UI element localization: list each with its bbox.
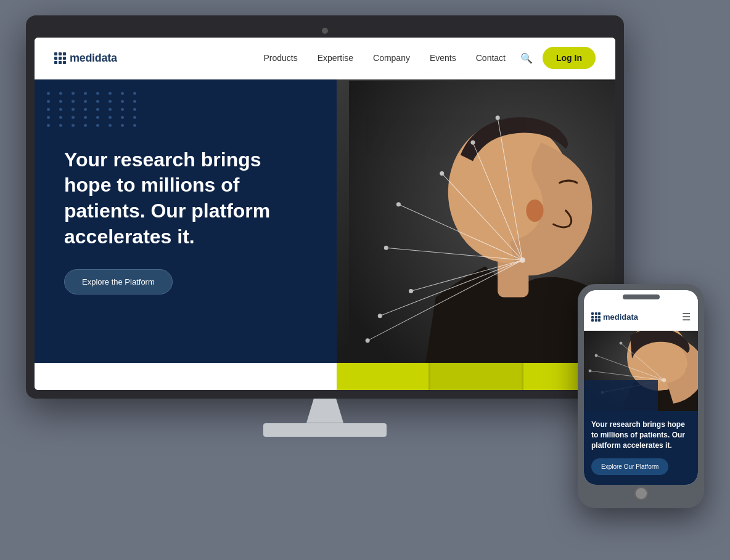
strip-lime-2 bbox=[429, 363, 522, 390]
mobile-phone: medidata ☰ bbox=[578, 284, 704, 508]
svg-point-18 bbox=[496, 116, 499, 120]
monitor-camera bbox=[322, 28, 328, 34]
phone-status-bar bbox=[584, 290, 698, 304]
strip-lime-1 bbox=[337, 363, 429, 390]
nav-products[interactable]: Products bbox=[263, 53, 297, 63]
svg-point-4 bbox=[526, 199, 543, 221]
phone-logo[interactable]: medidata bbox=[591, 312, 682, 322]
svg-point-32 bbox=[595, 354, 597, 357]
search-icon[interactable]: 🔍 bbox=[520, 52, 533, 64]
monitor-base bbox=[263, 423, 387, 437]
svg-point-34 bbox=[662, 378, 666, 382]
hero-left: Your research brings hope to millions of… bbox=[35, 79, 337, 363]
svg-point-33 bbox=[620, 342, 622, 344]
phone-notch bbox=[623, 294, 660, 299]
logo[interactable]: medidata bbox=[54, 52, 117, 65]
monitor-stand bbox=[26, 399, 624, 437]
phone-logo-dots-icon bbox=[591, 312, 601, 322]
login-button[interactable]: Log In bbox=[543, 47, 596, 69]
dots-pattern bbox=[47, 92, 141, 127]
monitor-screen: medidata Products Expertise Company Even… bbox=[35, 38, 615, 390]
explore-button[interactable]: Explore the Platform bbox=[64, 269, 173, 294]
svg-point-14 bbox=[384, 246, 388, 250]
phone-home-button[interactable] bbox=[634, 487, 648, 500]
svg-point-17 bbox=[471, 140, 475, 144]
nav-expertise[interactable]: Expertise bbox=[318, 53, 353, 63]
svg-point-19 bbox=[378, 314, 382, 317]
logo-text: medidata bbox=[70, 52, 117, 65]
bottom-color-strip bbox=[35, 363, 615, 390]
desktop-monitor: medidata Products Expertise Company Even… bbox=[26, 15, 624, 437]
phone-logo-text: medidata bbox=[603, 312, 638, 322]
monitor-bezel: medidata Products Expertise Company Even… bbox=[26, 15, 624, 399]
navbar: medidata Products Expertise Company Even… bbox=[35, 38, 615, 79]
phone-bezel: medidata ☰ bbox=[578, 284, 704, 508]
phone-home-area bbox=[584, 485, 698, 502]
person-illustration bbox=[349, 79, 615, 363]
hero-right bbox=[337, 79, 615, 363]
nav-company[interactable]: Company bbox=[373, 53, 410, 63]
nav-links: Products Expertise Company Events Contac… bbox=[263, 53, 506, 63]
phone-hero-image bbox=[584, 331, 698, 411]
phone-person-illustration bbox=[584, 331, 698, 411]
hero-section: Your research brings hope to millions of… bbox=[35, 79, 615, 363]
nav-events[interactable]: Events bbox=[430, 53, 456, 63]
svg-point-20 bbox=[366, 338, 369, 342]
monitor-neck bbox=[306, 399, 343, 423]
svg-point-16 bbox=[440, 171, 444, 175]
svg-point-31 bbox=[589, 370, 591, 372]
phone-hero-text: Your research brings hope to millions of… bbox=[584, 411, 698, 484]
hero-title: Your research brings hope to millions of… bbox=[64, 147, 307, 250]
svg-rect-35 bbox=[584, 380, 658, 411]
phone-explore-button[interactable]: Explore Our Platform bbox=[591, 458, 668, 475]
svg-point-21 bbox=[520, 258, 525, 262]
hamburger-icon[interactable]: ☰ bbox=[682, 311, 691, 323]
phone-navbar: medidata ☰ bbox=[584, 304, 698, 331]
logo-dots-icon bbox=[54, 52, 66, 64]
svg-point-13 bbox=[409, 289, 412, 293]
phone-hero-title: Your research brings hope to millions of… bbox=[591, 420, 691, 450]
scene: medidata Products Expertise Company Even… bbox=[26, 15, 704, 545]
nav-contact[interactable]: Contact bbox=[476, 53, 506, 63]
strip-white bbox=[35, 363, 337, 390]
svg-point-15 bbox=[396, 202, 400, 206]
phone-screen: medidata ☰ bbox=[584, 290, 698, 484]
